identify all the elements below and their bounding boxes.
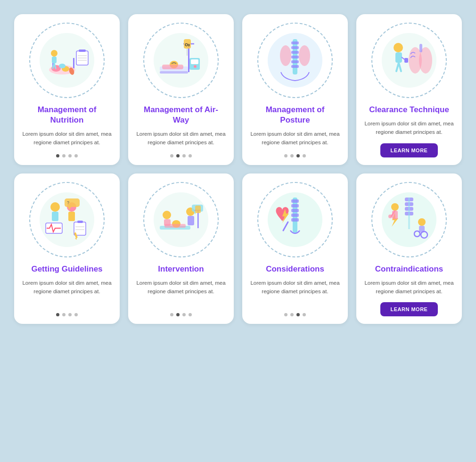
- svg-rect-45: [395, 52, 402, 63]
- card-posture: Management of Posture Lorem ipsum dolor …: [242, 14, 348, 165]
- svg-point-20: [154, 33, 208, 88]
- card-posture-dots: [284, 154, 306, 157]
- card-clearance-body: Lorem ipsum dolor sit dim amet, mea regi…: [364, 120, 454, 137]
- dot: [182, 154, 186, 157]
- svg-point-96: [418, 218, 426, 226]
- card-intervention-body: Lorem ipsum dolor sit dim amet, mea regi…: [136, 279, 226, 307]
- svg-point-74: [163, 211, 171, 219]
- svg-rect-87: [291, 218, 299, 222]
- card-guidelines-title: Getting Guidelines: [31, 264, 102, 274]
- svg-text:O₂: O₂: [185, 42, 190, 47]
- card-icon-intervention: [143, 182, 219, 257]
- svg-rect-17: [52, 57, 57, 63]
- svg-rect-36: [291, 46, 299, 49]
- svg-rect-32: [162, 65, 183, 69]
- card-nutrition: Management of Nutrition Lorem ipsum dolo…: [14, 14, 120, 165]
- card-nutrition-title: Management of Nutrition: [22, 105, 112, 125]
- learn-more-button-clearance[interactable]: LEARN MORE: [380, 143, 438, 157]
- card-airway-dots: [170, 154, 192, 157]
- card-nutrition-body: Lorem ipsum dolor sit dim amet, mea regi…: [22, 130, 112, 148]
- dot: [62, 313, 66, 316]
- card-contraindications: Contraindications Lorem ipsum dolor sit …: [356, 173, 462, 324]
- svg-rect-57: [68, 212, 75, 221]
- svg-rect-30: [160, 71, 188, 74]
- card-contraindications-body: Lorem ipsum dolor sit dim amet, mea regi…: [364, 279, 454, 296]
- card-icon-clearance: [371, 23, 447, 98]
- card-icon-guidelines: ?: [29, 182, 105, 257]
- svg-rect-37: [291, 51, 299, 54]
- dot: [290, 154, 294, 157]
- svg-rect-27: [191, 59, 198, 64]
- svg-point-16: [51, 50, 57, 57]
- card-posture-body: Lorem ipsum dolor sit dim amet, mea regi…: [250, 130, 340, 148]
- card-nutrition-dots: [56, 154, 78, 157]
- dot: [189, 313, 192, 316]
- card-considerations-title: Considerations: [266, 264, 324, 274]
- dot: [290, 313, 294, 316]
- card-icon-considerations: [257, 182, 333, 257]
- svg-point-104: [388, 214, 392, 218]
- card-clearance: Clearance Technique Lorem ipsum dolor si…: [356, 14, 462, 165]
- dot: [182, 313, 186, 316]
- card-guidelines-dots: [56, 313, 78, 316]
- svg-point-28: [194, 65, 197, 68]
- dot: [284, 154, 287, 157]
- svg-rect-85: [291, 209, 299, 212]
- card-icon-posture: [257, 23, 333, 98]
- learn-more-button-contraindications[interactable]: LEARN MORE: [380, 302, 438, 316]
- dot: [170, 154, 173, 157]
- card-intervention-title: Intervention: [158, 264, 204, 274]
- card-icon-contraindications: [371, 182, 447, 257]
- dot: [296, 313, 300, 316]
- svg-rect-35: [291, 41, 299, 44]
- svg-point-54: [50, 202, 60, 212]
- dot: [303, 313, 306, 316]
- card-icon-airway: O₂: [143, 23, 219, 98]
- dot: [176, 313, 180, 316]
- card-considerations-dots: [284, 313, 306, 316]
- svg-rect-83: [291, 199, 299, 203]
- svg-rect-38: [291, 56, 299, 58]
- svg-rect-39: [291, 60, 299, 63]
- svg-rect-75: [164, 219, 171, 226]
- svg-rect-80: [195, 206, 201, 213]
- dot: [176, 154, 180, 157]
- svg-rect-86: [291, 214, 299, 217]
- card-airway-body: Lorem ipsum dolor sit dim amet, mea regi…: [136, 130, 226, 148]
- svg-point-4: [59, 64, 66, 68]
- dot: [170, 313, 173, 316]
- svg-point-101: [391, 203, 399, 211]
- dot: [303, 154, 306, 157]
- svg-point-44: [394, 43, 403, 52]
- svg-rect-55: [52, 212, 58, 221]
- card-guidelines: ? Getting Guidelines Lorem ipsum dolor s…: [14, 173, 120, 324]
- svg-rect-52: [419, 44, 422, 52]
- dot: [68, 313, 72, 316]
- dot: [56, 154, 59, 157]
- svg-rect-48: [404, 58, 408, 63]
- dot: [56, 313, 59, 316]
- card-considerations: Considerations Lorem ipsum dolor sit dim…: [242, 173, 348, 324]
- card-contraindications-title: Contraindications: [375, 264, 443, 274]
- dot: [68, 154, 72, 157]
- svg-text:?: ?: [67, 200, 69, 205]
- dot: [189, 154, 192, 157]
- dot: [74, 313, 78, 316]
- dot: [62, 154, 66, 157]
- card-intervention: Intervention Lorem ipsum dolor sit dim a…: [128, 173, 234, 324]
- card-clearance-title: Clearance Technique: [369, 105, 449, 115]
- svg-rect-12: [79, 50, 86, 52]
- card-airway-title: Management of Air-Way: [136, 105, 226, 125]
- svg-point-41: [280, 45, 291, 66]
- card-airway: O₂ Management of Air-Way Lorem ipsum dol…: [128, 14, 234, 165]
- svg-point-42: [299, 45, 310, 66]
- card-grid: Management of Nutrition Lorem ipsum dolo…: [14, 14, 462, 324]
- card-posture-title: Management of Posture: [250, 105, 340, 125]
- card-intervention-dots: [170, 313, 192, 316]
- dot: [74, 154, 78, 157]
- card-guidelines-body: Lorem ipsum dolor sit dim amet, mea regi…: [22, 279, 112, 307]
- dot: [284, 313, 287, 316]
- card-icon-nutrition: [29, 23, 105, 98]
- dot: [296, 154, 300, 157]
- svg-rect-73: [188, 216, 194, 225]
